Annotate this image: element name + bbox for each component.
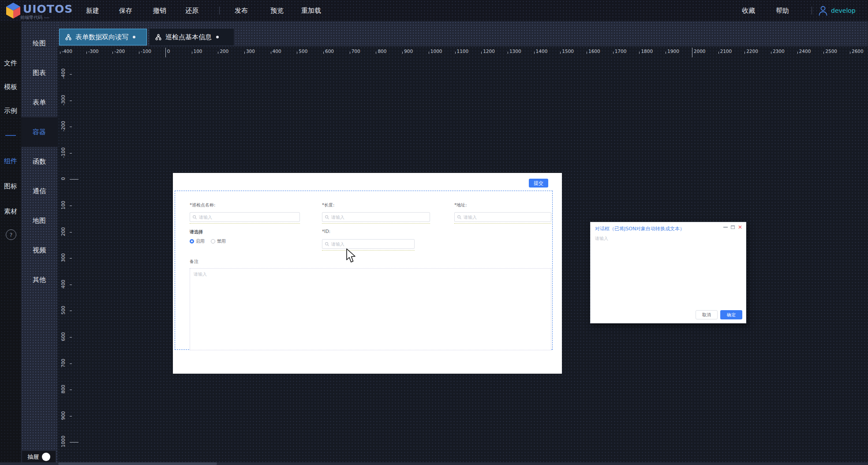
sidebar2-item-4[interactable]: 函数 [21, 147, 57, 176]
v-ruler-label-200: 200 [60, 226, 66, 237]
v-ruler-tick-100 [70, 206, 72, 206]
h-ruler-label-500: 500 [299, 49, 307, 54]
menu-item-right-0[interactable]: 收藏 [742, 0, 755, 21]
v-ruler-tick-800 [70, 390, 72, 390]
sidebar2-item-8[interactable]: 其他 [21, 265, 57, 295]
ruler-number: 2400 [799, 49, 811, 54]
ruler-number: 2600 [852, 49, 864, 54]
sidebar1-item-4[interactable]: 图标 [0, 174, 21, 198]
h-ruler-label-2300: 2300 [773, 49, 785, 54]
h-ruler-label-1600: 1600 [588, 49, 600, 54]
radio-label: 启用 [196, 238, 205, 244]
h-ruler-label-700: 700 [352, 49, 360, 54]
editor-dotted-underline [322, 223, 430, 224]
h-ruler-label--200: -200 [114, 49, 125, 54]
dialog-buttons: 取消 确定 [696, 310, 742, 319]
menu-item-1[interactable]: 保存 [119, 0, 132, 21]
ok-button[interactable]: 确定 [720, 310, 742, 319]
ruler-tick [244, 52, 245, 54]
sidebar1-item-0[interactable]: 文件 [0, 51, 21, 75]
ruler-number: 2300 [773, 49, 785, 54]
ruler-tick [534, 52, 535, 54]
ruler-number: 700 [352, 49, 360, 54]
drawer-toggle[interactable]: 抽屉 [22, 451, 56, 463]
sidebar2-item-6[interactable]: 地图 [21, 206, 57, 236]
menu-item-right-1[interactable]: 帮助 [776, 0, 789, 21]
sidebar2-item-0[interactable]: 绘图 [21, 29, 57, 58]
scrollbar-thumb[interactable] [58, 462, 217, 465]
app-title: UIOTOS [23, 3, 73, 15]
ruler-tick [323, 52, 324, 54]
ruler-number: 1300 [509, 49, 521, 54]
minimize-icon[interactable] [723, 227, 728, 228]
horizontal-scrollbar[interactable] [0, 462, 868, 465]
h-ruler-label-1900: 1900 [667, 49, 679, 54]
ruler-number: -300 [88, 49, 99, 54]
app-subtitle: 前端零代码 [20, 15, 42, 21]
help-icon[interactable]: ? [6, 229, 16, 240]
menu-item-mid-0[interactable]: 发布 [235, 0, 248, 21]
editor-dotted-underline [322, 250, 415, 251]
ruler-tick [139, 52, 139, 54]
sidebar2-item-3[interactable]: 容器 [21, 117, 57, 147]
close-icon[interactable]: ✕ [738, 225, 742, 230]
radio-enable[interactable]: 启用 [190, 238, 205, 244]
ruler-tick [560, 52, 561, 54]
address-input[interactable] [454, 212, 551, 222]
drawer-knob[interactable] [42, 453, 50, 461]
submit-button[interactable]: 提交 [529, 179, 548, 188]
ruler-tick [271, 52, 271, 54]
inspection-name-input[interactable] [190, 212, 300, 222]
menu-item-mid-2[interactable]: 重加载 [301, 0, 321, 21]
ruler-tick [165, 48, 166, 57]
menu-item-2[interactable]: 撤销 [153, 0, 166, 21]
ruler-tick [797, 52, 798, 54]
dialog-body [591, 232, 746, 309]
v-ruler-label-0: 0 [60, 173, 66, 184]
top-toolbar: UIOTOS 前端零代码 新建保存撤销还原 发布预览重加载 收藏帮助 devel… [0, 0, 868, 21]
tab-form-data-rw[interactable]: 表单数据双向读写 [59, 29, 147, 45]
user-avatar-icon[interactable] [818, 5, 828, 16]
v-ruler-label-600: 600 [60, 331, 66, 342]
radio-disable[interactable]: 禁用 [211, 238, 226, 244]
sidebar2-item-2[interactable]: 表单 [21, 88, 57, 117]
ruler-tick [718, 52, 719, 54]
ruler-number: 900 [404, 49, 413, 54]
id-input[interactable] [322, 239, 415, 249]
v-ruler-label-800: 800 [60, 383, 66, 395]
dialog-textarea[interactable] [591, 232, 746, 309]
remark-textarea[interactable] [190, 268, 551, 350]
ruler-tick [481, 52, 482, 54]
menu-item-mid-1[interactable]: 预览 [270, 0, 284, 21]
sidebar1-item-2[interactable]: 示例 [0, 99, 21, 123]
radio-dot [190, 239, 194, 244]
ruler-number: 200 [220, 49, 228, 54]
username-label[interactable]: develop [831, 0, 856, 21]
h-ruler-label-2500: 2500 [825, 49, 837, 54]
ruler-tick [745, 52, 745, 54]
app-window: UIOTOS 前端零代码 新建保存撤销还原 发布预览重加载 收藏帮助 devel… [0, 0, 868, 465]
sidebar2-item-7[interactable]: 视频 [21, 236, 57, 265]
sidebar2-item-1[interactable]: 图表 [21, 58, 57, 88]
h-ruler-label-1300: 1300 [509, 49, 521, 54]
h-ruler-label-2600: 2600 [852, 49, 864, 54]
ruler-tick [402, 52, 403, 54]
ruler-number: -100 [141, 49, 151, 54]
ruler-number: 2000 [694, 49, 706, 54]
cancel-button[interactable]: 取消 [696, 310, 718, 319]
sidebar1-item-5[interactable]: 素材 [0, 199, 21, 223]
menu-item-3[interactable]: 还原 [185, 0, 198, 21]
ruler-tick [376, 52, 376, 54]
sidebar1-item-3[interactable]: 组件 [0, 149, 21, 173]
h-ruler-label-600: 600 [325, 49, 334, 54]
sidebar1-item-1[interactable]: 模板 [0, 75, 21, 99]
sidebar2-item-5[interactable]: 通信 [21, 176, 57, 206]
unsaved-dot [133, 36, 135, 38]
maximize-icon[interactable] [731, 225, 735, 229]
v-ruler-label--100: -100 [60, 147, 66, 158]
menu-item-0[interactable]: 新建 [86, 0, 99, 21]
primary-sidebar: 文件模板示例组件图标素材 ? [0, 21, 21, 465]
length-input[interactable] [322, 212, 430, 222]
tab-inspection-info[interactable]: 巡检点基本信息 [150, 29, 234, 45]
ruler-number: 0 [167, 49, 170, 54]
